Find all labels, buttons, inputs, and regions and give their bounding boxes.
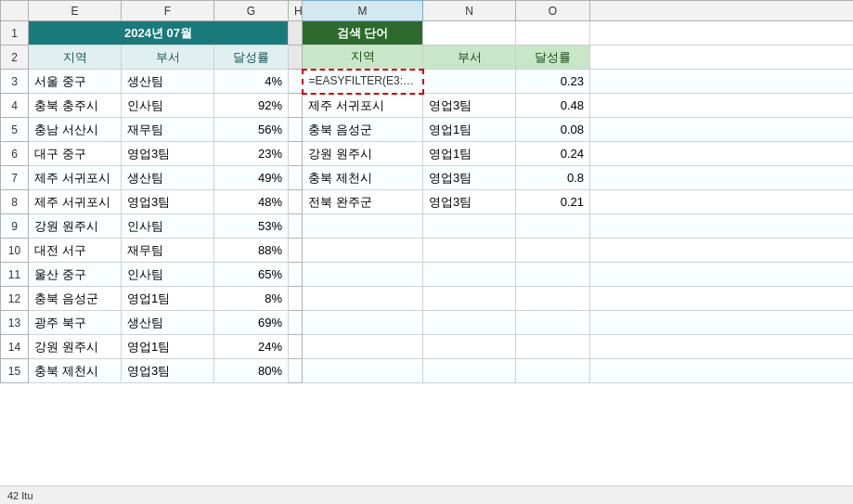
f10[interactable]: 재무팀	[122, 239, 214, 263]
g9[interactable]: 53%	[214, 214, 289, 239]
e13[interactable]: 광주 북구	[29, 311, 122, 335]
o4[interactable]: 0.48	[516, 94, 590, 118]
e3[interactable]: 서울 중구	[29, 70, 122, 94]
separator-13	[289, 311, 303, 335]
e10[interactable]: 대전 서구	[29, 239, 122, 263]
col-o-header[interactable]: O	[516, 1, 590, 21]
o12[interactable]	[516, 287, 590, 311]
n4[interactable]: 영업3팀	[423, 94, 516, 118]
o13[interactable]	[516, 311, 590, 335]
f11[interactable]: 인사팀	[122, 263, 214, 287]
g10[interactable]: 88%	[214, 239, 289, 263]
e9[interactable]: 강원 원주시	[29, 214, 122, 239]
m6[interactable]: 강원 원주시	[303, 142, 423, 166]
m13[interactable]	[303, 311, 423, 335]
o8[interactable]: 0.21	[516, 190, 590, 214]
e4[interactable]: 충북 충주시	[29, 94, 122, 118]
g14[interactable]: 24%	[214, 335, 289, 359]
separator-12	[289, 287, 303, 311]
e12[interactable]: 충북 음성군	[29, 287, 122, 311]
o3[interactable]: 0.23	[516, 70, 590, 94]
n6[interactable]: 영업1팀	[423, 142, 516, 166]
o11[interactable]	[516, 263, 590, 287]
n11[interactable]	[423, 263, 516, 287]
f15[interactable]: 영업3팀	[122, 359, 214, 383]
separator-2	[289, 45, 303, 70]
n7[interactable]: 영업3팀	[423, 166, 516, 190]
col-e-header[interactable]: E	[29, 1, 122, 21]
f12[interactable]: 영업1팀	[122, 287, 214, 311]
o14[interactable]	[516, 335, 590, 359]
spreadsheet: E F G H M N O 1 2024년 07월 검색 단어 2 지역 부서 …	[0, 0, 853, 504]
g6[interactable]: 23%	[214, 142, 289, 166]
m3-formula[interactable]: =EASYFILTER(E3:G19,"영업")	[303, 70, 423, 94]
g12[interactable]: 8%	[214, 287, 289, 311]
o10[interactable]	[516, 239, 590, 263]
o7[interactable]: 0.8	[516, 166, 590, 190]
e11[interactable]: 울산 중구	[29, 263, 122, 287]
g13[interactable]: 69%	[214, 311, 289, 335]
f8[interactable]: 영업3팀	[122, 190, 214, 214]
m12[interactable]	[303, 287, 423, 311]
o9[interactable]	[516, 214, 590, 239]
o6[interactable]: 0.24	[516, 142, 590, 166]
f3[interactable]: 생산팀	[122, 70, 214, 94]
e14[interactable]: 강원 원주시	[29, 335, 122, 359]
row-12-num: 12	[1, 287, 29, 311]
g7[interactable]: 49%	[214, 166, 289, 190]
f14[interactable]: 영업1팀	[122, 335, 214, 359]
subheader-dept-right: 부서	[423, 45, 516, 70]
n15[interactable]	[423, 359, 516, 383]
e6[interactable]: 대구 중구	[29, 142, 122, 166]
row-3-num: 3	[1, 70, 29, 94]
row-13-num: 13	[1, 311, 29, 335]
e7[interactable]: 제주 서귀포시	[29, 166, 122, 190]
n5[interactable]: 영업1팀	[423, 118, 516, 142]
o15[interactable]	[516, 359, 590, 383]
m15[interactable]	[303, 359, 423, 383]
n9[interactable]	[423, 214, 516, 239]
m9[interactable]	[303, 214, 423, 239]
n14[interactable]	[423, 335, 516, 359]
g5[interactable]: 56%	[214, 118, 289, 142]
row-9-num: 9	[1, 214, 29, 239]
e8[interactable]: 제주 서귀포시	[29, 190, 122, 214]
g3[interactable]: 4%	[214, 70, 289, 94]
f4[interactable]: 인사팀	[122, 94, 214, 118]
n13[interactable]	[423, 311, 516, 335]
m8[interactable]: 전북 완주군	[303, 190, 423, 214]
m10[interactable]	[303, 239, 423, 263]
f5[interactable]: 재무팀	[122, 118, 214, 142]
table-row: 13 광주 북구 생산팀 69%	[1, 311, 854, 335]
g4[interactable]: 92%	[214, 94, 289, 118]
f7[interactable]: 생산팀	[122, 166, 214, 190]
col-m-header[interactable]: M	[303, 1, 423, 21]
e15[interactable]: 충북 제천시	[29, 359, 122, 383]
n3[interactable]	[423, 70, 516, 94]
table-row: 5 충남 서산시 재무팀 56% 충북 음성군 영업1팀 0.08	[1, 118, 854, 142]
n10[interactable]	[423, 239, 516, 263]
separator-3	[289, 70, 303, 94]
n8[interactable]: 영업3팀	[423, 190, 516, 214]
extra-9	[590, 214, 854, 239]
m5[interactable]: 충북 음성군	[303, 118, 423, 142]
separator-5	[289, 118, 303, 142]
g8[interactable]: 48%	[214, 190, 289, 214]
e5[interactable]: 충남 서산시	[29, 118, 122, 142]
col-g-header[interactable]: G	[214, 1, 289, 21]
f6[interactable]: 영업3팀	[122, 142, 214, 166]
f9[interactable]: 인사팀	[122, 214, 214, 239]
m11[interactable]	[303, 263, 423, 287]
m4[interactable]: 제주 서귀포시	[303, 94, 423, 118]
m14[interactable]	[303, 335, 423, 359]
col-n-header[interactable]: N	[423, 1, 516, 21]
m7[interactable]: 충북 제천시	[303, 166, 423, 190]
table-row: 11 울산 중구 인사팀 65%	[1, 263, 854, 287]
n12[interactable]	[423, 287, 516, 311]
g11[interactable]: 65%	[214, 263, 289, 287]
g15[interactable]: 80%	[214, 359, 289, 383]
col-f-header[interactable]: F	[122, 1, 214, 21]
row-4-num: 4	[1, 94, 29, 118]
f13[interactable]: 생산팀	[122, 311, 214, 335]
o5[interactable]: 0.08	[516, 118, 590, 142]
